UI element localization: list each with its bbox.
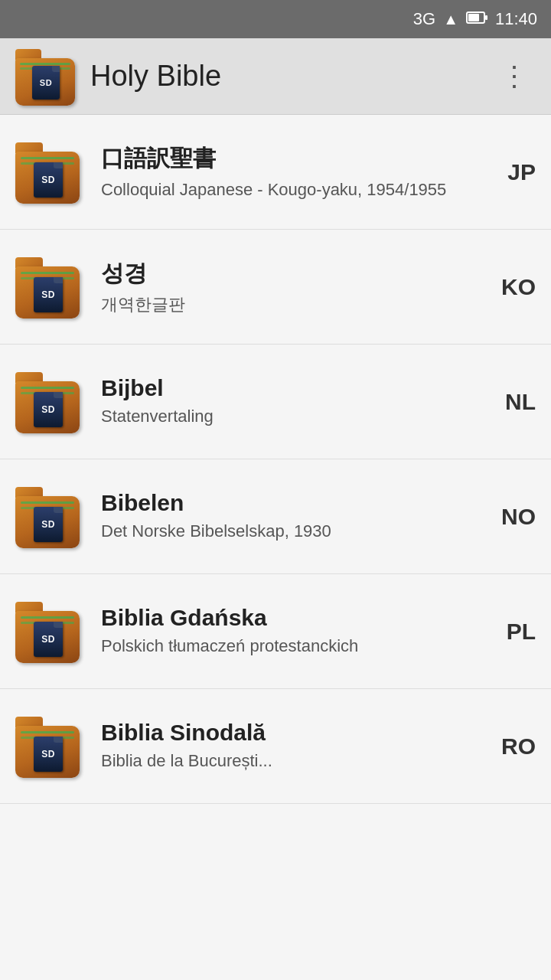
list-item[interactable]: SD Bibelen Det Norske Bibelselskap, 1930… xyxy=(0,459,551,574)
book-icon-ko: SD xyxy=(15,253,84,322)
list-item[interactable]: SD Biblia Gdańska Polskich tłumaczeń pro… xyxy=(0,574,551,689)
overflow-menu-icon[interactable]: ⋮ xyxy=(493,55,536,98)
item-title-nl: Bijbel xyxy=(101,375,482,401)
item-title-pl: Biblia Gdańska xyxy=(101,605,482,631)
app-bar: SD Holy Bible ⋮ xyxy=(0,38,551,115)
item-lang-ro: RO xyxy=(482,733,536,760)
item-lang-nl: NL xyxy=(482,389,536,415)
item-text-nl: Bijbel Statenvertaling xyxy=(101,375,482,428)
book-icon-no: SD xyxy=(15,482,84,551)
item-lang-no: NO xyxy=(482,504,536,530)
item-text-pl: Biblia Gdańska Polskich tłumaczeń protes… xyxy=(101,605,482,658)
item-lang-jp: JP xyxy=(482,159,536,185)
item-subtitle-ko: 개역한글판 xyxy=(101,294,482,316)
list-item[interactable]: SD 성경 개역한글판 KO xyxy=(0,230,551,345)
status-bar: 3G ▲ 11:40 xyxy=(0,0,551,38)
book-icon-jp: SD xyxy=(15,138,84,207)
item-subtitle-ro: Biblia de la București... xyxy=(101,750,482,773)
item-title-ko: 성경 xyxy=(101,258,482,289)
app-icon: SD xyxy=(15,46,77,107)
svg-rect-2 xyxy=(485,15,487,20)
list-item[interactable]: SD 口語訳聖書 Colloquial Japanese - Kougo-yak… xyxy=(0,115,551,230)
item-title-jp: 口語訳聖書 xyxy=(101,143,482,175)
clock: 11:40 xyxy=(495,9,537,29)
item-text-jp: 口語訳聖書 Colloquial Japanese - Kougo-yaku, … xyxy=(101,143,482,201)
list-item[interactable]: SD Biblia Sinodală Biblia de la Bucureșt… xyxy=(0,689,551,804)
app-title: Holy Bible xyxy=(90,60,493,93)
signal-strength: 3G xyxy=(413,9,435,29)
item-subtitle-jp: Colloquial Japanese - Kougo-yaku, 1954/1… xyxy=(101,179,482,201)
signal-icon: ▲ xyxy=(443,11,458,28)
item-subtitle-pl: Polskich tłumaczeń protestanckich xyxy=(101,635,482,658)
item-text-no: Bibelen Det Norske Bibelselskap, 1930 xyxy=(101,490,482,543)
book-icon-nl: SD xyxy=(15,368,84,436)
svg-rect-1 xyxy=(468,14,479,21)
item-subtitle-no: Det Norske Bibelselskap, 1930 xyxy=(101,521,482,543)
item-title-no: Bibelen xyxy=(101,490,482,516)
item-title-ro: Biblia Sinodală xyxy=(101,720,482,746)
item-lang-pl: PL xyxy=(482,619,536,645)
item-lang-ko: KO xyxy=(482,274,536,300)
item-text-ko: 성경 개역한글판 xyxy=(101,258,482,316)
item-text-ro: Biblia Sinodală Biblia de la București..… xyxy=(101,720,482,773)
book-icon-pl: SD xyxy=(15,597,84,666)
battery-icon xyxy=(466,10,487,29)
book-icon-ro: SD xyxy=(15,712,84,781)
list-item[interactable]: SD Bijbel Statenvertaling NL xyxy=(0,345,551,459)
bible-list: SD 口語訳聖書 Colloquial Japanese - Kougo-yak… xyxy=(0,115,551,804)
item-subtitle-nl: Statenvertaling xyxy=(101,406,482,428)
